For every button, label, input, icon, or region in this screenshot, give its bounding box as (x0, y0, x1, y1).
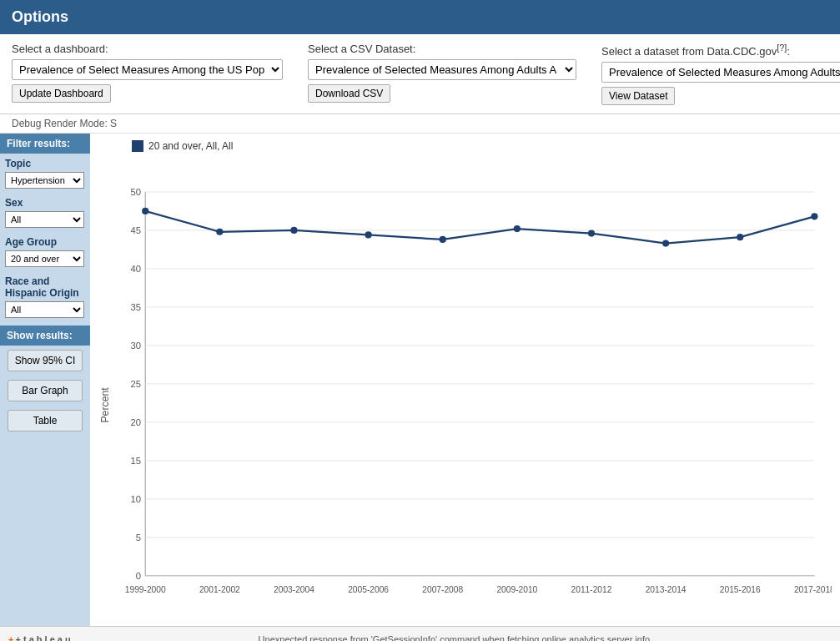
show-results-header: Show results: (0, 326, 90, 346)
svg-text:10: 10 (131, 494, 142, 504)
data-point (737, 234, 743, 240)
show-ci-button[interactable]: Show 95% CI (8, 350, 83, 371)
race-label: Race and Hispanic Origin (5, 275, 85, 299)
cdc-select[interactable]: Prevalence of Selected Measures Among Ad… (601, 62, 840, 83)
x-label: 2005-2006 (348, 586, 389, 595)
line-chart: Percent 0 5 (98, 157, 832, 619)
topic-filter-group: Topic Hypertension Diabetes Obesity (0, 154, 90, 193)
chart-legend: 20 and over, All, All (132, 140, 832, 152)
topic-select[interactable]: Hypertension Diabetes Obesity (5, 172, 84, 189)
controls-row: Select a dashboard: Prevalence of Select… (0, 34, 840, 114)
race-filter-group: Race and Hispanic Origin All Non-Hispani… (0, 271, 90, 322)
svg-text:35: 35 (131, 302, 142, 312)
data-point (216, 229, 223, 235)
svg-text:20: 20 (131, 417, 142, 427)
csv-label: Select a CSV Dataset: (308, 43, 576, 55)
svg-text:40: 40 (131, 264, 142, 274)
data-point (440, 236, 446, 243)
x-label: 2001-2002 (199, 586, 240, 595)
data-point (514, 225, 521, 232)
x-label: 1999-2000 (125, 586, 166, 595)
data-point (811, 214, 817, 220)
x-label: 2009-2010 (496, 586, 537, 595)
main-content: Filter results: Topic Hypertension Diabe… (0, 134, 840, 626)
status-text: Unexpected response from 'GetSessionInfo… (79, 634, 832, 641)
y-axis-label: Percent (99, 387, 111, 423)
chart-area: 20 and over, All, All Percent (90, 134, 840, 626)
svg-text:5: 5 (136, 532, 141, 543)
svg-text:30: 30 (131, 341, 142, 351)
sex-filter-group: Sex All Male Female (0, 193, 90, 232)
download-csv-button[interactable]: Download CSV (308, 84, 390, 103)
legend-label: 20 and over, All, All (148, 140, 233, 152)
race-select[interactable]: All Non-Hispanic White Non-Hispanic Blac… (5, 301, 84, 318)
legend-color (132, 140, 143, 152)
header-title: Options (12, 8, 68, 25)
data-point (142, 208, 148, 215)
data-point (588, 230, 595, 237)
age-label: Age Group (5, 236, 85, 248)
tableau-text: + t a b l e a u (15, 634, 70, 641)
svg-text:0: 0 (136, 571, 141, 581)
topic-label: Topic (5, 158, 85, 169)
data-point (365, 232, 372, 239)
x-label: 2013-2014 (646, 586, 687, 595)
age-filter-group: Age Group 20 and over 20-39 40-59 60 and… (0, 232, 90, 271)
sex-label: Sex (5, 197, 85, 209)
page-header: Options (0, 0, 840, 34)
bottom-bar: + + t a b l e a u Unexpected response fr… (0, 626, 840, 641)
view-dataset-button[interactable]: View Dataset (601, 87, 675, 105)
svg-text:25: 25 (131, 379, 142, 389)
data-point (662, 240, 669, 247)
dashboard-select[interactable]: Prevalence of Select Measures Among the … (12, 59, 283, 80)
csv-select[interactable]: Prevalence of Selected Measures Among Ad… (308, 59, 576, 80)
x-label: 2015-2016 (720, 586, 761, 595)
age-select[interactable]: 20 and over 20-39 40-59 60 and over (5, 250, 84, 267)
sidebar: Filter results: Topic Hypertension Diabe… (0, 134, 90, 626)
cdc-label: Select a dataset from Data.CDC.gov[?]: (601, 43, 840, 58)
table-button[interactable]: Table (8, 410, 83, 432)
x-label: 2011-2012 (571, 586, 612, 595)
csv-control: Select a CSV Dataset: Prevalence of Sele… (308, 43, 576, 103)
svg-text:50: 50 (131, 187, 142, 197)
x-label: 2007-2008 (422, 586, 463, 595)
bar-graph-button[interactable]: Bar Graph (8, 380, 83, 401)
x-label: 2003-2004 (274, 586, 314, 595)
data-point (290, 227, 297, 234)
dashboard-control: Select a dashboard: Prevalence of Select… (12, 43, 283, 103)
sex-select[interactable]: All Male Female (5, 211, 84, 228)
debug-text: Debug Render Mode: S (12, 118, 117, 129)
svg-text:15: 15 (131, 456, 142, 466)
tableau-plus: + (8, 634, 13, 641)
svg-text:45: 45 (131, 225, 142, 235)
update-dashboard-button[interactable]: Update Dashboard (12, 84, 111, 103)
dashboard-label: Select a dashboard: (12, 43, 283, 55)
tableau-logo: + + t a b l e a u (8, 634, 71, 641)
chart-line (145, 211, 814, 244)
chart-wrapper: Percent 0 5 (98, 157, 832, 619)
filter-header: Filter results: (0, 134, 90, 154)
debug-bar: Debug Render Mode: S (0, 114, 840, 134)
x-label: 2017-2018 (794, 586, 832, 595)
cdc-control: Select a dataset from Data.CDC.gov[?]: P… (601, 43, 840, 105)
